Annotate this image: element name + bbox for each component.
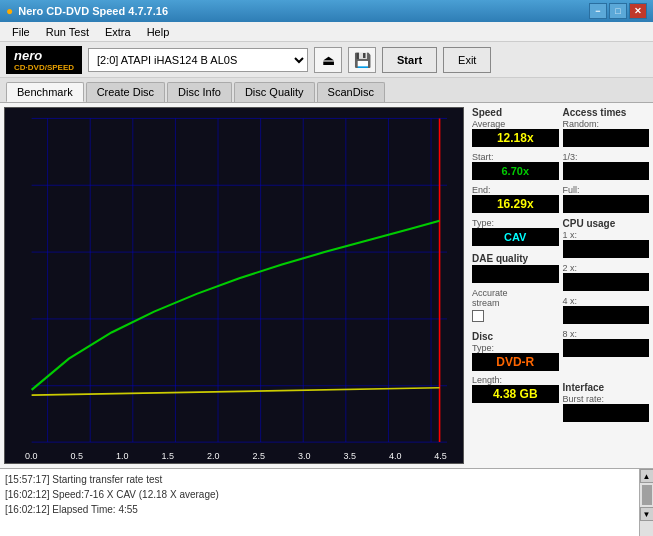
dae-value [472,265,559,283]
title-bar-left: ● Nero CD-DVD Speed 4.7.7.16 [6,4,168,18]
full-section: Full: [563,185,650,213]
full-label: Full: [563,185,650,195]
menu-bar: File Run Test Extra Help [0,22,653,42]
cpu-4x-section: 4 x: [563,296,650,324]
menu-file[interactable]: File [4,24,38,40]
burst-value [563,404,650,422]
log-area: [15:57:17] Starting transfer rate test [… [0,468,653,536]
log-line-1: [15:57:17] Starting transfer rate test [5,472,634,487]
interface-label: Interface [563,382,650,393]
speed-label: Speed [472,107,559,118]
accurate-stream-checkbox-row [472,310,559,322]
panel-columns: Speed Average 12.18x Start: 6.70x End: 1… [472,107,649,464]
cpu-2x-label: 2 x: [563,263,650,273]
cpu-4x-label: 4 x: [563,296,650,306]
disc-label: Disc [472,331,559,342]
menu-run-test[interactable]: Run Test [38,24,97,40]
svg-rect-0 [5,108,463,463]
access-times-label: Access times [563,107,650,118]
speed-section: Speed Average 12.18x [472,107,559,147]
menu-help[interactable]: Help [139,24,178,40]
eject-icon-button[interactable]: ⏏ [314,47,342,73]
disc-type-value: DVD-R [472,353,559,371]
average-value: 12.18x [472,129,559,147]
start-label: Start: [472,152,559,162]
disc-type-label: Type: [472,343,559,353]
one-third-value [563,162,650,180]
access-times-section: Access times Random: [563,107,650,147]
cpu-label: CPU usage [563,218,650,229]
main-content: 4 X 8 X 12 X 16 X 20 X 4 8 12 16 20 24 [0,103,653,468]
log-line-3: [16:02:12] Elapsed Time: 4:55 [5,502,634,517]
minimize-button[interactable]: − [589,3,607,19]
full-value [563,195,650,213]
log-scrollbar: ▲ ▼ [639,469,653,536]
dae-label: DAE quality [472,253,559,264]
cpu-8x-value [563,339,650,357]
end-section: End: 16.29x [472,185,559,213]
cpu-2x-section: 2 x: [563,263,650,291]
tab-create-disc[interactable]: Create Disc [86,82,165,102]
tab-scan-disc[interactable]: ScanDisc [317,82,385,102]
interface-section: Interface Burst rate: [563,382,650,422]
save-icon-button[interactable]: 💾 [348,47,376,73]
disc-length-label: Length: [472,375,559,385]
toolbar: nero CD·DVD/SPEED [2:0] ATAPI iHAS124 B … [0,42,653,78]
random-label: Random: [563,119,650,129]
burst-label: Burst rate: [563,394,650,404]
chart-area: 4 X 8 X 12 X 16 X 20 X 4 8 12 16 20 24 [4,107,464,464]
stream-label: stream [472,298,559,308]
type-label: Type: [472,218,559,228]
chart-svg [5,108,463,463]
stats-left-col: Speed Average 12.18x Start: 6.70x End: 1… [472,107,559,464]
app-logo: nero CD·DVD/SPEED [6,46,82,74]
random-value [563,129,650,147]
cpu-4x-value [563,306,650,324]
accurate-stream-checkbox[interactable] [472,310,484,322]
cpu-usage-section: CPU usage 1 x: [563,218,650,258]
scroll-up-button[interactable]: ▲ [640,469,654,483]
tab-benchmark[interactable]: Benchmark [6,82,84,102]
cpu-2x-value [563,273,650,291]
type-section: Type: CAV [472,218,559,246]
start-button[interactable]: Start [382,47,437,73]
start-section: Start: 6.70x [472,152,559,180]
start-value: 6.70x [472,162,559,180]
maximize-button[interactable]: □ [609,3,627,19]
cpu-1x-value [563,240,650,258]
close-button[interactable]: ✕ [629,3,647,19]
accurate-label: Accurate [472,288,559,298]
title-bar-controls: − □ ✕ [589,3,647,19]
one-third-label: 1/3: [563,152,650,162]
tab-disc-info[interactable]: Disc Info [167,82,232,102]
logo-text: nero [14,48,42,63]
accurate-stream-section: Accurate stream [472,288,559,322]
cpu-8x-section: 8 x: [563,329,650,357]
dae-section: DAE quality [472,253,559,283]
app-icon: ● [6,4,13,18]
app-title: Nero CD-DVD Speed 4.7.7.16 [18,5,168,17]
end-label: End: [472,185,559,195]
log-line-2: [16:02:12] Speed:7-16 X CAV (12.18 X ave… [5,487,634,502]
one-third-section: 1/3: [563,152,650,180]
exit-button[interactable]: Exit [443,47,491,73]
logo-sub: CD·DVD/SPEED [14,63,74,72]
scroll-thumb[interactable] [642,485,652,505]
menu-extra[interactable]: Extra [97,24,139,40]
end-value: 16.29x [472,195,559,213]
title-bar: ● Nero CD-DVD Speed 4.7.7.16 − □ ✕ [0,0,653,22]
type-value: CAV [472,228,559,246]
log-content: [15:57:17] Starting transfer rate test [… [0,469,639,536]
cpu-8x-label: 8 x: [563,329,650,339]
disc-section: Disc Type: DVD-R Length: 4.38 GB [472,331,559,403]
right-panel: Speed Average 12.18x Start: 6.70x End: 1… [468,103,653,468]
cpu-1x-label: 1 x: [563,230,650,240]
tab-disc-quality[interactable]: Disc Quality [234,82,315,102]
scroll-down-button[interactable]: ▼ [640,507,654,521]
drive-select[interactable]: [2:0] ATAPI iHAS124 B AL0S [88,48,308,72]
tabs-bar: Benchmark Create Disc Disc Info Disc Qua… [0,78,653,103]
average-label: Average [472,119,559,129]
stats-right-col: Access times Random: 1/3: Full: CPU usag… [563,107,650,464]
disc-length-value: 4.38 GB [472,385,559,403]
